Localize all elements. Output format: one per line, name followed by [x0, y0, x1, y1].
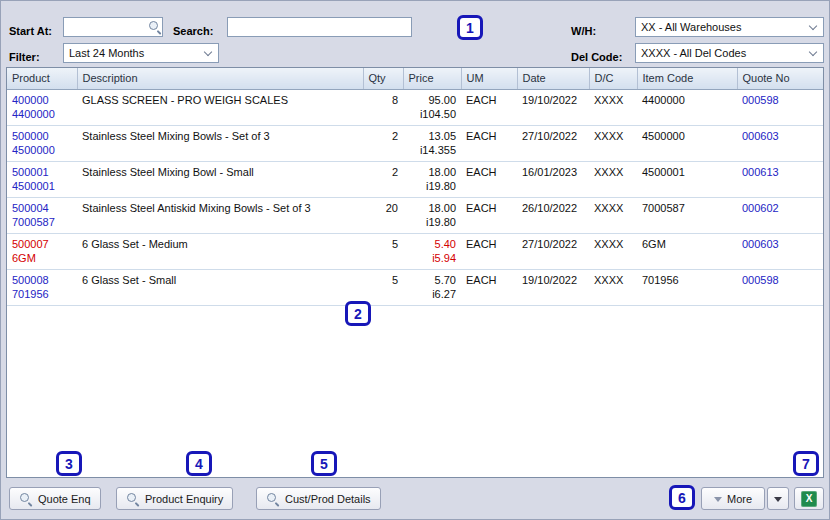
- column-header[interactable]: Date: [517, 68, 589, 89]
- search-icon: [19, 492, 33, 506]
- column-header[interactable]: Quote No: [737, 68, 823, 89]
- qty-cell: 5: [363, 233, 403, 269]
- date-cell: 26/10/2022: [517, 197, 589, 233]
- start-at-input[interactable]: [64, 21, 148, 33]
- start-at-field[interactable]: [63, 17, 163, 37]
- warehouse-label: W/H:: [571, 25, 596, 37]
- filter-select[interactable]: Last 24 Months: [63, 43, 219, 63]
- dc-cell: XXXX: [589, 233, 637, 269]
- chevron-down-icon: [809, 48, 817, 56]
- table-row[interactable]: 5000087019566 Glass Set - Small55.70i6.2…: [7, 269, 823, 305]
- product-cell[interactable]: 4000004400000: [7, 89, 77, 125]
- quote-enq-button[interactable]: Quote Enq: [9, 487, 101, 510]
- search-icon[interactable]: [148, 20, 162, 34]
- quote-no-cell[interactable]: 000598: [737, 269, 823, 305]
- date-cell: 16/01/2023: [517, 161, 589, 197]
- chevron-down-icon: [809, 22, 817, 30]
- search-icon: [266, 492, 280, 506]
- product-enquiry-label: Product Enquiry: [145, 493, 223, 505]
- product-cell[interactable]: 5000047000587: [7, 197, 77, 233]
- annotation-badge-7: 7: [793, 451, 819, 476]
- column-header[interactable]: Description: [77, 68, 363, 89]
- quote-no-cell[interactable]: 000603: [737, 233, 823, 269]
- quote-no-cell[interactable]: 000603: [737, 125, 823, 161]
- price-cell: 13.05i14.355: [403, 125, 461, 161]
- table-row[interactable]: 5000004500000Stainless Steel Mixing Bowl…: [7, 125, 823, 161]
- price-cell: 5.70i6.27: [403, 269, 461, 305]
- column-header[interactable]: Product: [7, 68, 77, 89]
- price-cell: 95.00i104.50: [403, 89, 461, 125]
- date-cell: 19/10/2022: [517, 89, 589, 125]
- annotation-badge-2: 2: [345, 301, 371, 326]
- search-label: Search:: [173, 25, 213, 37]
- item-code-cell: 4500001: [637, 161, 737, 197]
- description-cell: 6 Glass Set - Small: [77, 269, 363, 305]
- cust-prod-details-label: Cust/Prod Details: [285, 493, 371, 505]
- quote-enq-label: Quote Enq: [38, 493, 91, 505]
- start-at-label: Start At:: [9, 25, 52, 37]
- qty-cell: 2: [363, 161, 403, 197]
- warehouse-select[interactable]: XX - All Warehouses: [635, 17, 824, 37]
- table-row[interactable]: 5000047000587Stainless Steel Antiskid Mi…: [7, 197, 823, 233]
- column-header[interactable]: Qty: [363, 68, 403, 89]
- product-enquiry-button[interactable]: Product Enquiry: [116, 487, 233, 510]
- table-body: 4000004400000GLASS SCREEN - PRO WEIGH SC…: [7, 89, 823, 305]
- item-code-cell: 4500000: [637, 125, 737, 161]
- product-cell[interactable]: 5000076GM: [7, 233, 77, 269]
- del-code-select[interactable]: XXXX - All Del Codes: [635, 43, 824, 63]
- column-header[interactable]: D/C: [589, 68, 637, 89]
- quote-no-cell[interactable]: 000602: [737, 197, 823, 233]
- search-input[interactable]: [228, 21, 411, 33]
- item-code-cell: 7000587: [637, 197, 737, 233]
- product-cell[interactable]: 5000004500000: [7, 125, 77, 161]
- annotation-badge-5: 5: [311, 451, 337, 476]
- warehouse-value: XX - All Warehouses: [641, 21, 741, 33]
- um-cell: EACH: [461, 233, 517, 269]
- date-cell: 27/10/2022: [517, 233, 589, 269]
- description-cell: GLASS SCREEN - PRO WEIGH SCALES: [77, 89, 363, 125]
- price-cell: 18.00i19.80: [403, 161, 461, 197]
- annotation-badge-3: 3: [56, 451, 82, 476]
- more-button[interactable]: More: [701, 487, 765, 510]
- results-table: ProductDescriptionQtyPriceUMDateD/CItem …: [6, 67, 824, 478]
- table-row[interactable]: 5000076GM6 Glass Set - Medium55.40i5.94E…: [7, 233, 823, 269]
- item-code-cell: 6GM: [637, 233, 737, 269]
- um-cell: EACH: [461, 161, 517, 197]
- dc-cell: XXXX: [589, 89, 637, 125]
- dc-cell: XXXX: [589, 125, 637, 161]
- item-code-cell: 701956: [637, 269, 737, 305]
- dc-cell: XXXX: [589, 269, 637, 305]
- quote-no-cell[interactable]: 000613: [737, 161, 823, 197]
- column-header[interactable]: UM: [461, 68, 517, 89]
- um-cell: EACH: [461, 197, 517, 233]
- quote-no-cell[interactable]: 000598: [737, 89, 823, 125]
- quote-enquiry-window: Start At: Search: W/H: XX - All Warehous…: [0, 0, 830, 520]
- filter-value: Last 24 Months: [69, 47, 144, 59]
- product-cell[interactable]: 500008701956: [7, 269, 77, 305]
- description-cell: Stainless Steel Mixing Bowls - Set of 3: [77, 125, 363, 161]
- annotation-badge-1: 1: [457, 15, 483, 40]
- table-header-row: ProductDescriptionQtyPriceUMDateD/CItem …: [7, 68, 823, 89]
- um-cell: EACH: [461, 125, 517, 161]
- description-cell: Stainless Steel Antiskid Mixing Bowls - …: [77, 197, 363, 233]
- excel-icon: X: [801, 491, 817, 507]
- date-cell: 27/10/2022: [517, 125, 589, 161]
- table-row[interactable]: 4000004400000GLASS SCREEN - PRO WEIGH SC…: [7, 89, 823, 125]
- search-icon: [126, 492, 140, 506]
- column-header[interactable]: Price: [403, 68, 461, 89]
- date-cell: 19/10/2022: [517, 269, 589, 305]
- more-dropdown-button[interactable]: [767, 487, 789, 510]
- dc-cell: XXXX: [589, 161, 637, 197]
- table-row[interactable]: 5000014500001Stainless Steel Mixing Bowl…: [7, 161, 823, 197]
- export-excel-button[interactable]: X: [794, 487, 824, 510]
- product-cell[interactable]: 5000014500001: [7, 161, 77, 197]
- column-header[interactable]: Item Code: [637, 68, 737, 89]
- filter-label: Filter:: [9, 51, 40, 63]
- annotation-badge-4: 4: [186, 451, 212, 476]
- qty-cell: 8: [363, 89, 403, 125]
- price-cell: 18.00i19.80: [403, 197, 461, 233]
- description-cell: 6 Glass Set - Medium: [77, 233, 363, 269]
- cust-prod-details-button[interactable]: Cust/Prod Details: [256, 487, 381, 510]
- search-field[interactable]: [227, 17, 412, 37]
- dropdown-arrow-icon: [774, 497, 782, 506]
